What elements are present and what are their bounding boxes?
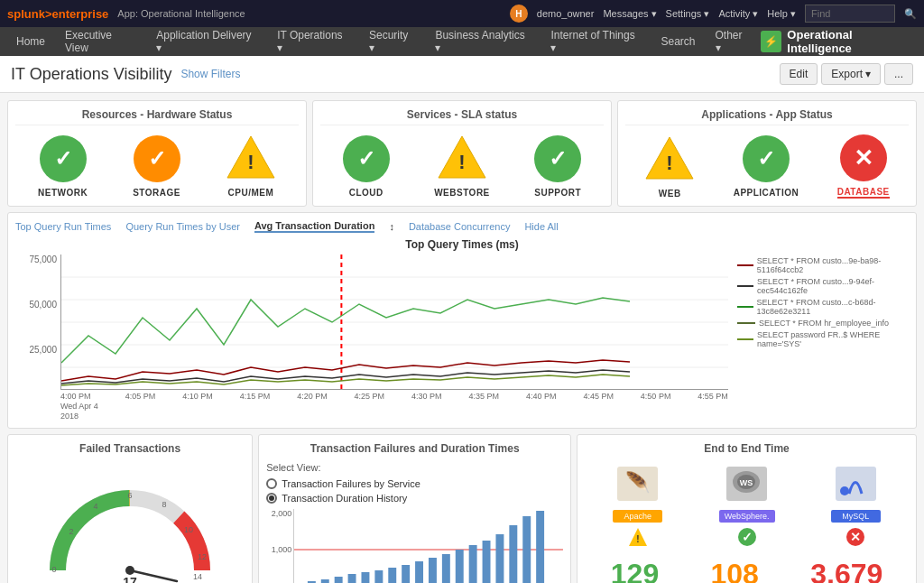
nav-other[interactable]: Other ▾ bbox=[707, 23, 759, 60]
nav-iot[interactable]: Internet of Things ▾ bbox=[541, 23, 650, 60]
transaction-failures-panel: Transaction Failures and Duration Times … bbox=[258, 434, 571, 583]
network-label: NETWORK bbox=[38, 188, 88, 198]
svg-line-22 bbox=[130, 570, 177, 581]
svg-text:WS: WS bbox=[740, 478, 753, 487]
web-status: ! WEB bbox=[644, 135, 695, 199]
show-filters-link[interactable]: Show Filters bbox=[180, 68, 240, 80]
export-button[interactable]: Export▾ bbox=[821, 63, 881, 85]
e2e-websphere-number: 108 bbox=[711, 558, 759, 583]
nav-business-analytics[interactable]: Business Analytics ▾ bbox=[426, 23, 540, 60]
gauge-wrapper: 0 2 4 6 8 10 12 14 16 17 bbox=[15, 462, 245, 583]
mysql-img bbox=[831, 462, 881, 510]
legend-line-4 bbox=[737, 322, 755, 324]
svg-rect-30 bbox=[362, 572, 370, 583]
tab-avg-transaction[interactable]: Avg Transaction Duration bbox=[254, 220, 374, 233]
applications-icons: ! WEB ✓ APPLICATION ✕ DATABASE bbox=[625, 134, 909, 199]
user-avatar: H bbox=[510, 5, 528, 23]
settings-link[interactable]: Settings ▾ bbox=[666, 8, 710, 20]
activity-link[interactable]: Activity ▾ bbox=[718, 8, 758, 20]
mysql-indicator: ✕ bbox=[831, 526, 881, 551]
tab-query-by-user[interactable]: Query Run Times by User bbox=[125, 221, 240, 232]
svg-text:!: ! bbox=[636, 534, 639, 544]
radio-duration-history[interactable]: Transaction Duration History bbox=[266, 493, 563, 504]
nav-home[interactable]: Home bbox=[7, 30, 54, 53]
apache-icon-item: 🪶 Apache ! bbox=[613, 462, 662, 551]
cursor-indicator: ↕ bbox=[389, 221, 394, 232]
svg-point-23 bbox=[125, 566, 134, 575]
legend-item-2: SELECT * FROM custo...9-94ef-cec544c162f… bbox=[737, 277, 909, 295]
legend-line-3 bbox=[737, 306, 753, 308]
svg-rect-40 bbox=[496, 534, 504, 583]
more-button[interactable]: ... bbox=[884, 63, 913, 85]
status-row: Resources - Hardware Status ✓ NETWORK ✓ … bbox=[7, 100, 917, 207]
oi-logo-text: Operational Intelligence bbox=[787, 28, 917, 55]
oi-icon: ⚡ bbox=[761, 31, 781, 52]
applications-title: Applications - App Status bbox=[625, 108, 909, 125]
nav-bar: Home Executive View Application Delivery… bbox=[0, 27, 924, 56]
web-label: WEB bbox=[644, 189, 695, 199]
help-link[interactable]: Help ▾ bbox=[767, 8, 796, 20]
applications-panel: Applications - App Status ! WEB ✓ APPLIC… bbox=[617, 100, 917, 207]
failed-transactions-panel: Failed Transactions 0 2 4 6 8 10 12 bbox=[7, 434, 253, 583]
network-icon: ✓ bbox=[40, 135, 87, 182]
services-icons: ✓ CLOUD ! WEBSTORE ✓ SUPPORT bbox=[320, 134, 604, 198]
tab-hide-all[interactable]: Hide All bbox=[524, 221, 558, 232]
user-menu[interactable]: demo_owner bbox=[537, 8, 595, 19]
svg-text:10: 10 bbox=[184, 525, 193, 534]
database-label: DATABASE bbox=[837, 187, 890, 199]
cpumem-status: ! CPU/MEM bbox=[226, 134, 276, 198]
nav-executive-view[interactable]: Executive View bbox=[56, 23, 145, 60]
transaction-failures-title: Transaction Failures and Duration Times bbox=[266, 442, 563, 455]
find-search-icon[interactable]: 🔍 bbox=[904, 8, 917, 20]
tab-top-query[interactable]: Top Query Run Times bbox=[15, 221, 111, 232]
duration-chart: 2,000 1,000 bbox=[266, 509, 563, 583]
nav-application-delivery[interactable]: Application Delivery ▾ bbox=[147, 23, 266, 60]
web-triangle: ! bbox=[644, 135, 695, 183]
radio-circle-2 bbox=[266, 493, 277, 504]
services-panel: Services - SLA status ✓ CLOUD ! WEBSTORE bbox=[312, 100, 612, 207]
duration-y-axis: 2,000 1,000 bbox=[266, 509, 291, 581]
chart-tabs: Top Query Run Times Query Run Times by U… bbox=[15, 220, 909, 233]
svg-rect-38 bbox=[469, 545, 477, 583]
chart-area-wrapper: 75,000 50,000 25,000 bbox=[60, 254, 728, 421]
svg-rect-36 bbox=[442, 554, 450, 583]
messages-link[interactable]: Messages ▾ bbox=[603, 8, 656, 20]
webstore-triangle: ! bbox=[434, 134, 490, 182]
nav-it-operations[interactable]: IT Operations ▾ bbox=[268, 23, 358, 60]
y-axis: 75,000 50,000 25,000 bbox=[15, 254, 57, 390]
svg-text:14: 14 bbox=[193, 572, 202, 581]
page-title: IT Operations Visibility bbox=[11, 65, 171, 84]
svg-rect-33 bbox=[402, 565, 410, 583]
svg-text:!: ! bbox=[458, 151, 465, 173]
edit-button[interactable]: Edit bbox=[780, 63, 818, 85]
svg-text:6: 6 bbox=[128, 491, 133, 500]
websphere-indicator: ✓ bbox=[719, 526, 775, 551]
cloud-icon: ✓ bbox=[343, 135, 390, 182]
database-status: ✕ DATABASE bbox=[837, 134, 890, 199]
tab-db-concurrency[interactable]: Database Concurrency bbox=[409, 221, 511, 232]
app-name: App: Operational Intelligence bbox=[117, 8, 245, 19]
resources-icons: ✓ NETWORK ✓ STORAGE ! CPU/MEM bbox=[15, 134, 299, 198]
svg-text:4: 4 bbox=[94, 502, 98, 511]
websphere-img: WS bbox=[719, 462, 775, 510]
e2e-apache-number: 129 bbox=[611, 558, 659, 583]
cpumem-label: CPU/MEM bbox=[226, 188, 276, 198]
storage-label: STORAGE bbox=[133, 188, 180, 198]
mysql-icon-item: MySQL ✕ bbox=[831, 462, 881, 551]
svg-rect-43 bbox=[536, 511, 544, 583]
svg-rect-31 bbox=[375, 570, 383, 583]
services-title: Services - SLA status bbox=[320, 108, 604, 125]
apache-indicator: ! bbox=[613, 526, 662, 551]
nav-search[interactable]: Search bbox=[652, 30, 705, 53]
svg-text:✓: ✓ bbox=[742, 530, 753, 544]
application-label: APPLICATION bbox=[734, 188, 799, 198]
application-status: ✓ APPLICATION bbox=[734, 135, 799, 198]
nav-security[interactable]: Security ▾ bbox=[360, 23, 424, 60]
e2e-mysql-number: 3,679 bbox=[810, 558, 882, 583]
find-input[interactable] bbox=[805, 5, 895, 23]
radio-failures-by-service[interactable]: Transaction Failures by Service bbox=[266, 478, 563, 489]
header-actions: Edit Export▾ ... bbox=[780, 63, 913, 85]
support-icon: ✓ bbox=[534, 135, 581, 182]
websphere-badge: WebSphere. bbox=[719, 510, 775, 523]
page-header: IT Operations Visibility Show Filters Ed… bbox=[0, 56, 924, 93]
